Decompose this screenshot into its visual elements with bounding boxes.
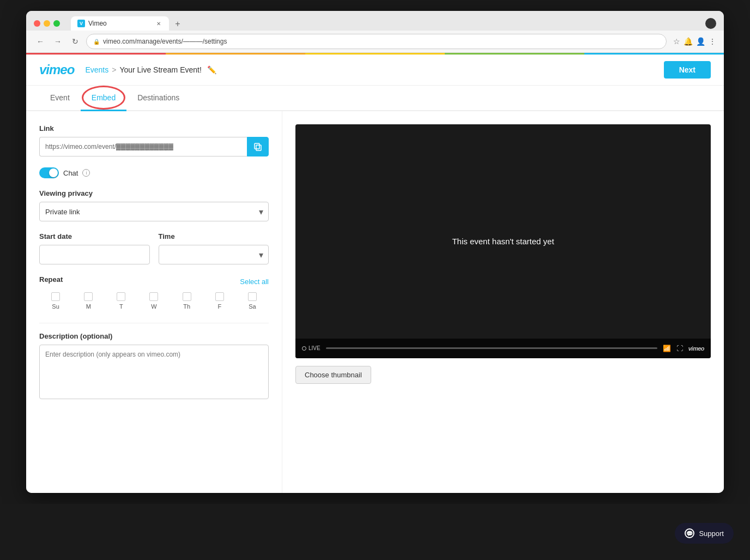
chat-toggle[interactable]	[39, 167, 59, 178]
day-sunday: Su	[39, 292, 72, 310]
time-select-wrap: ▾	[159, 245, 269, 264]
repeat-section: Repeat Select all Su M	[39, 275, 269, 310]
copy-link-button[interactable]	[247, 137, 269, 156]
tab-close-button[interactable]: ✕	[155, 20, 162, 27]
start-date-label: Start date	[39, 232, 150, 240]
live-dot	[302, 346, 306, 351]
bookmark-icon[interactable]: ☆	[673, 37, 680, 46]
menu-icon[interactable]: ⋮	[709, 37, 716, 46]
breadcrumb: Events > Your Live Stream Event! ✏️	[85, 65, 216, 74]
day-wednesday: W	[137, 292, 170, 310]
link-row	[39, 137, 269, 156]
tab-bar: V Vimeo ✕ +	[71, 16, 701, 31]
day-friday: F	[203, 292, 236, 310]
monday-label: M	[86, 303, 91, 310]
link-input[interactable]	[39, 137, 247, 156]
new-tab-button[interactable]: +	[171, 17, 184, 31]
svg-rect-1	[255, 143, 259, 149]
day-monday: M	[72, 292, 105, 310]
svg-rect-0	[256, 145, 261, 150]
tuesday-label: T	[119, 303, 123, 310]
tab-destinations[interactable]: Destinations	[126, 86, 190, 111]
address-bar[interactable]: 🔒 vimeo.com/manage/events/———/settings	[86, 34, 667, 49]
start-date-input[interactable]	[39, 245, 150, 264]
chat-label: Chat	[63, 169, 78, 177]
maximize-window-button[interactable]	[53, 20, 60, 27]
copy-icon	[253, 142, 262, 151]
date-time-row: Start date Time ▾	[39, 232, 269, 264]
select-all-link[interactable]: Select all	[240, 278, 269, 286]
event-title: Your Live Stream Event!	[119, 65, 201, 74]
live-label: LIVE	[309, 345, 320, 351]
browser-titlebar: V Vimeo ✕ +	[26, 11, 724, 31]
browser-window: V Vimeo ✕ + ← → ↻ 🔒 vimeo.com/manage/eve…	[26, 11, 724, 493]
link-section-label: Link	[39, 124, 269, 133]
chat-row: Chat i	[39, 167, 269, 178]
record-button	[705, 18, 716, 29]
friday-checkbox[interactable]	[215, 292, 224, 301]
reload-button[interactable]: ↻	[69, 35, 82, 48]
privacy-select[interactable]: Private link Public Password Only me	[39, 202, 269, 221]
choose-thumbnail-button[interactable]: Choose thumbnail	[295, 366, 371, 384]
tab-title: Vimeo	[88, 20, 107, 27]
back-button[interactable]: ←	[34, 35, 47, 48]
minimize-window-button[interactable]	[44, 20, 50, 27]
tab-event[interactable]: Event	[39, 86, 81, 111]
toolbar-actions: ☆ 🔔 👤 ⋮	[673, 37, 716, 46]
tuesday-checkbox[interactable]	[117, 292, 125, 301]
vimeo-watermark: vimeo	[688, 345, 704, 352]
monday-checkbox[interactable]	[84, 292, 93, 301]
video-message: This event hasn't started yet	[452, 237, 554, 246]
browser-toolbar: ← → ↻ 🔒 vimeo.com/manage/events/———/sett…	[26, 31, 724, 53]
day-thursday: Th	[171, 292, 203, 310]
right-panel: This event hasn't started yet LIVE 📶 ⛶ v…	[282, 111, 724, 493]
notifications-icon[interactable]: 🔔	[684, 37, 693, 46]
description-textarea[interactable]	[39, 345, 269, 399]
description-section: Description (optional)	[39, 332, 269, 401]
active-tab[interactable]: V Vimeo ✕	[71, 16, 169, 31]
repeat-label: Repeat	[39, 275, 63, 284]
wednesday-checkbox[interactable]	[149, 292, 158, 301]
saturday-label: Sa	[249, 303, 256, 310]
privacy-select-wrap: Private link Public Password Only me ▾	[39, 202, 269, 221]
day-tuesday: T	[105, 292, 137, 310]
divider	[39, 323, 269, 323]
app-content: vimeo Events > Your Live Stream Event! ✏…	[26, 55, 724, 493]
main-layout: Link Chat i	[26, 111, 724, 493]
friday-label: F	[217, 303, 221, 310]
close-window-button[interactable]	[34, 20, 40, 27]
progress-bar	[326, 347, 657, 349]
sunday-checkbox[interactable]	[51, 292, 60, 301]
forward-button[interactable]: →	[51, 35, 64, 48]
signal-icon: 📶	[663, 345, 671, 352]
toggle-knob	[49, 168, 58, 177]
lock-icon: 🔒	[93, 39, 100, 45]
video-controls: LIVE 📶 ⛶ vimeo	[295, 339, 711, 358]
wednesday-label: W	[151, 303, 156, 310]
left-panel: Link Chat i	[26, 111, 282, 493]
profile-icon[interactable]: 👤	[696, 37, 705, 46]
tabs-bar: Event Embed Destinations	[26, 86, 724, 111]
next-button[interactable]: Next	[664, 61, 711, 79]
fullscreen-icon[interactable]: ⛶	[676, 345, 683, 352]
live-indicator: LIVE	[302, 345, 320, 351]
saturday-checkbox[interactable]	[248, 292, 257, 301]
privacy-section: Viewing privacy Private link Public Pass…	[39, 189, 269, 221]
day-saturday: Sa	[236, 292, 269, 310]
description-label: Description (optional)	[39, 332, 269, 340]
tab-favicon: V	[77, 20, 85, 27]
time-select[interactable]	[159, 245, 269, 264]
days-row: Su M T W	[39, 292, 269, 310]
sunday-label: Su	[52, 303, 59, 310]
tab-embed[interactable]: Embed	[81, 86, 126, 111]
time-section: Time ▾	[159, 232, 269, 264]
privacy-label: Viewing privacy	[39, 189, 269, 197]
edit-icon[interactable]: ✏️	[207, 65, 216, 74]
events-link[interactable]: Events	[85, 65, 108, 74]
traffic-lights	[34, 20, 60, 27]
vimeo-logo: vimeo	[39, 62, 74, 77]
video-preview: This event hasn't started yet LIVE 📶 ⛶ v…	[295, 124, 711, 358]
chat-info-icon[interactable]: i	[82, 169, 90, 177]
thursday-label: Th	[183, 303, 190, 310]
thursday-checkbox[interactable]	[183, 292, 191, 301]
